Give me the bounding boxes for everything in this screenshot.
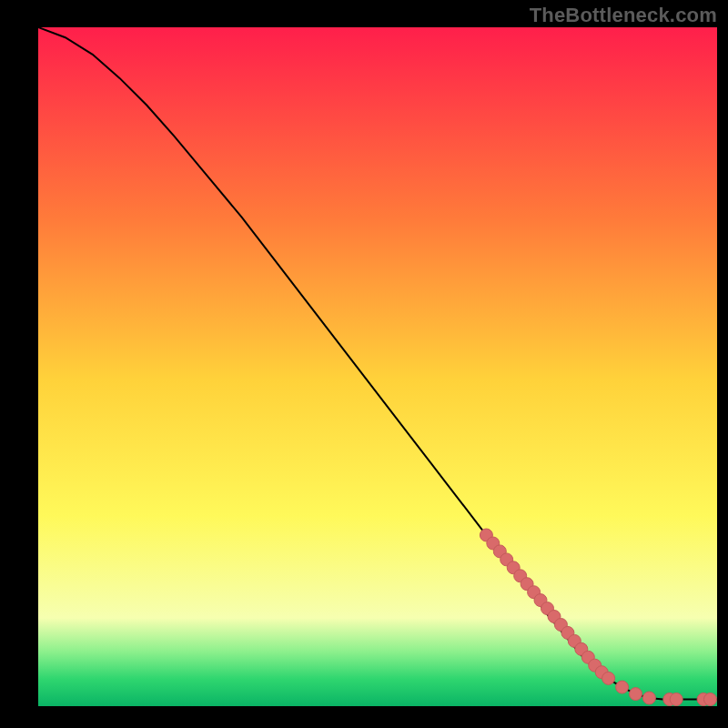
plot-area <box>38 27 717 706</box>
attribution-text: TheBottleneck.com <box>530 4 717 27</box>
chart-frame: TheBottleneck.com <box>0 0 728 728</box>
data-point <box>630 688 642 701</box>
data-point <box>670 693 682 706</box>
data-point <box>704 693 717 706</box>
gradient-background <box>38 27 717 706</box>
chart-svg <box>38 27 717 706</box>
data-point <box>642 692 655 704</box>
data-point <box>602 672 615 684</box>
data-point <box>616 681 629 693</box>
